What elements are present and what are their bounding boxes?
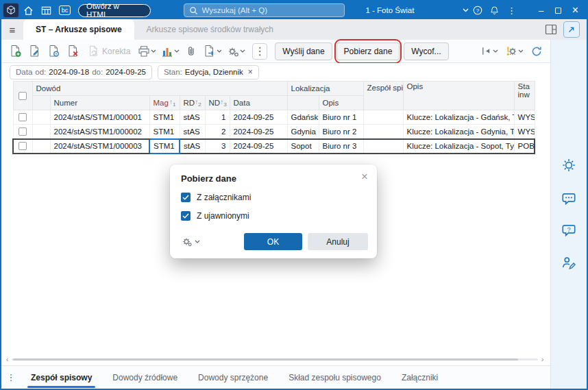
send-data-button[interactable]: Wyślij dane bbox=[275, 42, 332, 60]
cell-stan[interactable]: WYSŁ bbox=[514, 125, 535, 139]
new-record-button[interactable] bbox=[7, 42, 24, 60]
refresh-button[interactable] bbox=[528, 42, 545, 60]
tab-arkusze-spisowe[interactable]: ST – Arkusze spisowe bbox=[23, 19, 134, 40]
cell-numer[interactable]: 2024/stAS/STM1/000001 bbox=[50, 110, 149, 125]
export-button[interactable] bbox=[201, 45, 223, 58]
search-input[interactable] bbox=[202, 6, 340, 14]
column-header-nd[interactable]: ND ↑3 bbox=[205, 96, 230, 110]
cell-numer[interactable]: 2024/stAS/STM1/000003 bbox=[50, 139, 149, 154]
panel-toggle-button[interactable] bbox=[479, 45, 500, 57]
row-select-cell[interactable] bbox=[13, 110, 32, 125]
row-icon-cell[interactable] bbox=[32, 125, 50, 139]
state-filter-chip[interactable]: Stan: Edycja, Dziennik × bbox=[158, 65, 259, 80]
cell-nd[interactable]: 1 bbox=[205, 110, 230, 125]
option-z-zalacznikami[interactable]: Z załącznikami bbox=[181, 193, 366, 202]
preview-record-button[interactable] bbox=[45, 42, 62, 60]
date-filter-chip[interactable]: Data od: 2024-09-18 do: 2024-09-25 bbox=[10, 65, 152, 80]
row-checkbox[interactable] bbox=[19, 127, 27, 136]
print-button[interactable] bbox=[136, 45, 158, 58]
feedback-button[interactable] bbox=[560, 254, 578, 271]
dialog-close-button[interactable]: × bbox=[361, 171, 368, 182]
cell-lok-opis[interactable]: Biuro nr 3 bbox=[319, 139, 363, 154]
table-row-selected[interactable]: 2024/stAS/STM1/000003 STM1 stAS 3 2024-0… bbox=[13, 139, 535, 154]
cell-opis[interactable]: Klucze: Lokalizacja - Sopot, Typ bbox=[403, 139, 514, 154]
checkbox-checked[interactable] bbox=[181, 193, 191, 202]
open-in-html-button[interactable]: Otwórz w HTML bbox=[78, 4, 151, 17]
cell-mag-focused[interactable]: STM1 bbox=[149, 139, 180, 154]
row-icon-cell[interactable] bbox=[32, 139, 50, 154]
select-all-header[interactable] bbox=[13, 82, 32, 110]
column-header-lokalizacja-opis[interactable]: Opis bbox=[319, 96, 363, 110]
cell-data[interactable]: 2024-09-25 bbox=[230, 139, 287, 154]
korekta-button[interactable]: Korekta bbox=[84, 45, 134, 57]
scroll-left-icon[interactable]: ‹ bbox=[3, 355, 12, 363]
notifications-button[interactable] bbox=[486, 1, 503, 19]
cell-lokalizacja[interactable]: Gdańsk bbox=[287, 110, 319, 125]
column-header-lokalizacja-kod[interactable] bbox=[287, 96, 319, 110]
cell-nd[interactable]: 2 bbox=[205, 125, 230, 139]
scrollbar-thumb[interactable] bbox=[13, 358, 518, 361]
checkbox-checked[interactable] bbox=[181, 211, 191, 221]
row-checkbox[interactable] bbox=[19, 113, 27, 121]
cell-rd[interactable]: stAS bbox=[180, 110, 205, 125]
column-header-zespol-spisowy[interactable]: Zespół spisowy bbox=[363, 82, 403, 110]
table-row[interactable]: 2024/stAS/STM1/000001 STM1 stAS 1 2024-0… bbox=[13, 110, 535, 125]
main-menu-button[interactable]: ≡ bbox=[1, 19, 23, 40]
column-group-dowod[interactable]: Dowód bbox=[32, 82, 287, 96]
app-logo[interactable] bbox=[3, 3, 19, 18]
ok-button[interactable]: OK bbox=[244, 233, 302, 250]
toolbar-more-button[interactable]: ⋮ bbox=[252, 43, 267, 60]
tab-zespol-spisowy[interactable]: Zespół spisowy bbox=[21, 366, 102, 389]
cell-stan[interactable]: POBR bbox=[514, 139, 535, 154]
column-header-numer[interactable]: Numer bbox=[50, 96, 149, 110]
cell-rd[interactable]: stAS bbox=[180, 139, 205, 154]
alerts-settings-button[interactable] bbox=[503, 45, 525, 58]
cell-lok-opis[interactable]: Biuro nr 2 bbox=[319, 125, 363, 139]
maximize-button[interactable] bbox=[550, 1, 567, 19]
minimize-button[interactable]: – bbox=[532, 1, 550, 19]
row-select-cell[interactable] bbox=[13, 125, 32, 139]
cell-zespol[interactable] bbox=[363, 110, 403, 125]
column-header-data[interactable]: Data bbox=[230, 96, 287, 110]
tab-zalaczniki[interactable]: Załączniki bbox=[391, 366, 448, 389]
cell-rd[interactable]: stAS bbox=[180, 125, 205, 139]
cell-lok-opis[interactable]: Biuro nr 1 bbox=[319, 110, 363, 125]
panel-layout-icon[interactable] bbox=[545, 24, 557, 35]
analysis-button[interactable] bbox=[160, 45, 181, 58]
tab-dowody-zrodlowe[interactable]: Dowody źródłowe bbox=[102, 366, 188, 389]
integrations-button[interactable] bbox=[225, 45, 247, 58]
list-view-button[interactable] bbox=[38, 1, 56, 19]
cell-stan[interactable]: WYSŁ bbox=[514, 110, 535, 125]
cell-lokalizacja[interactable]: Gdynia bbox=[287, 125, 319, 139]
help-button[interactable]: ? bbox=[469, 1, 486, 19]
column-header-opis[interactable]: Opis bbox=[403, 82, 514, 110]
global-search[interactable] bbox=[184, 3, 345, 17]
edit-record-button[interactable] bbox=[26, 42, 43, 60]
remove-filter-icon[interactable]: × bbox=[248, 67, 253, 77]
tab-arkusze-srodkow-trwalych[interactable]: Arkusze spisowe środków trwałych bbox=[134, 19, 286, 40]
cell-nd[interactable]: 3 bbox=[205, 139, 230, 154]
row-icon-cell[interactable] bbox=[32, 110, 50, 125]
cell-mag[interactable]: STM1 bbox=[149, 110, 180, 125]
topbar-more-button[interactable]: ⋮ bbox=[503, 1, 520, 19]
company-selector[interactable]: 1 - Foto Świat bbox=[365, 6, 469, 14]
horizontal-scrollbar[interactable]: ‹ › bbox=[3, 355, 547, 363]
cell-opis[interactable]: Klucze: Lokalizacja - Gdańsk, Typ bbox=[403, 110, 514, 125]
table-row[interactable]: 2024/stAS/STM1/000002 STM1 stAS 2 2024-0… bbox=[13, 125, 535, 139]
tab-dowody-sprzezone[interactable]: Dowody sprzężone bbox=[188, 366, 278, 389]
cancel-button[interactable]: Anuluj bbox=[308, 233, 368, 250]
cell-numer[interactable]: 2024/stAS/STM1/000002 bbox=[50, 125, 149, 139]
scrollbar-track[interactable] bbox=[12, 358, 538, 361]
help-chat-button[interactable]: ? bbox=[560, 221, 578, 239]
cell-lokalizacja[interactable]: Sopot bbox=[287, 139, 319, 154]
withdraw-button[interactable]: Wycof... bbox=[404, 42, 448, 60]
option-z-ujawnionymi[interactable]: Z ujawnionymi bbox=[181, 211, 366, 221]
close-button[interactable]: × bbox=[567, 1, 584, 19]
cell-data[interactable]: 2024-09-25 bbox=[230, 110, 287, 125]
select-all-checkbox[interactable] bbox=[19, 92, 27, 100]
row-checkbox[interactable] bbox=[19, 142, 27, 150]
chat-button[interactable] bbox=[560, 190, 578, 208]
column-group-lokalizacja[interactable]: Lokalizacja bbox=[287, 82, 363, 96]
bc-button[interactable]: bc bbox=[56, 1, 74, 19]
cell-data[interactable]: 2024-09-25 bbox=[230, 125, 287, 139]
